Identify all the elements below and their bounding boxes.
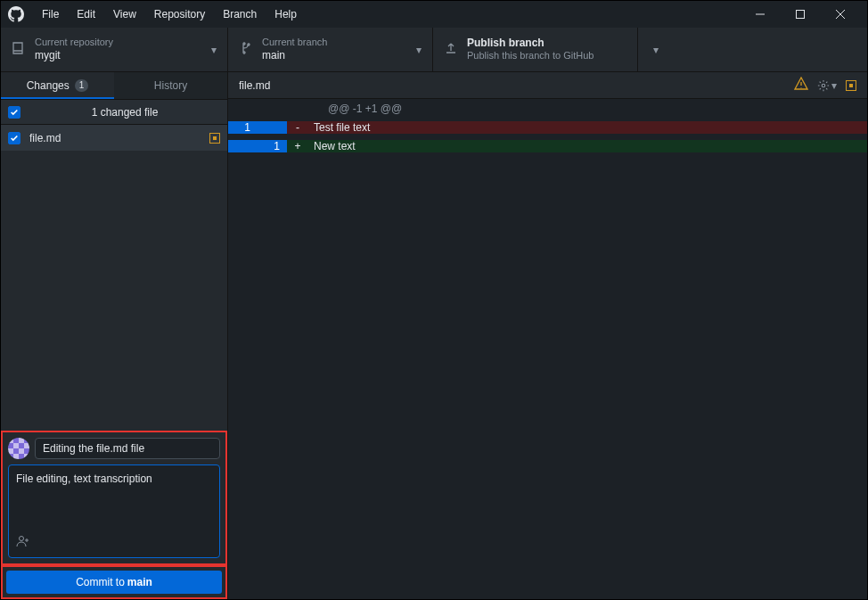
tab-history[interactable]: History [114,72,227,99]
commit-description-text: File editing, text transcription [16,473,212,531]
svg-rect-1 [796,11,804,19]
changes-summary-label: 1 changed file [29,106,220,119]
add-coauthor-icon[interactable] [16,535,30,550]
current-repository-selector[interactable]: Current repository mygit ▾ [1,28,228,71]
menu-edit[interactable]: Edit [68,4,104,24]
warning-icon[interactable] [794,77,808,94]
changes-summary-row: 1 changed file [1,99,227,125]
commit-form: File editing, text transcription [1,431,227,565]
svg-point-2 [20,537,24,541]
modified-icon [209,133,220,144]
chevron-down-icon: ▾ [653,44,659,56]
changed-file-row[interactable]: file.md [1,125,227,151]
maximize-button[interactable] [780,1,820,28]
svg-rect-0 [756,14,765,15]
diff-line-addition[interactable]: 1 + New text [228,136,867,155]
close-button[interactable] [820,1,860,28]
upload-icon [444,41,458,58]
menu-help[interactable]: Help [266,4,306,24]
chevron-down-icon: ▾ [211,44,217,56]
changes-count-badge: 1 [75,79,89,92]
tab-history-label: History [154,79,187,92]
publish-title: Publish branch [467,37,594,50]
modified-icon [846,80,856,91]
file-checkbox[interactable] [8,132,20,144]
tab-changes-label: Changes [27,79,70,92]
file-name: file.md [29,132,209,144]
commit-summary-input[interactable] [35,438,220,459]
publish-branch-button[interactable]: Publish branch Publish this branch to Gi… [433,28,638,71]
diff-body: @@ -1 +1 @@ 1 - Test file text 1 + New t… [228,99,867,599]
publish-options-button[interactable]: ▾ [638,28,674,71]
menu-repository[interactable]: Repository [145,4,214,24]
menu-view[interactable]: View [104,4,145,24]
repo-label: Current repository [35,37,113,49]
commit-description-input[interactable]: File editing, text transcription [8,464,220,558]
commit-button-branch: main [127,576,152,588]
diff-settings-button[interactable]: ▾ [817,79,837,92]
hunk-text: @@ -1 +1 @@ [308,103,867,115]
publish-subtitle: Publish this branch to GitHub [467,50,594,62]
toolbar: Current repository mygit ▾ Current branc… [1,28,867,72]
current-branch-selector[interactable]: Current branch main ▾ [228,28,433,71]
repo-name: mygit [35,49,113,62]
tab-changes[interactable]: Changes 1 [1,72,114,99]
diff-line-deletion[interactable]: 1 - Test file text [228,118,867,136]
repo-icon [12,41,26,58]
branch-label: Current branch [262,37,327,49]
github-logo-icon [8,6,24,22]
select-all-checkbox[interactable] [8,106,20,119]
avatar [8,438,29,459]
branch-icon [239,41,253,58]
menu-bar: File Edit View Repository Branch Help [1,1,867,28]
menu-branch[interactable]: Branch [214,4,266,24]
chevron-down-icon: ▾ [831,79,837,92]
diff-file-title: file.md [239,79,794,92]
branch-name: main [262,49,327,62]
commit-button-prefix: Commit to [76,576,125,588]
chevron-down-icon: ▾ [416,44,422,56]
svg-point-3 [822,84,825,87]
commit-button[interactable]: Commit to main [6,571,222,594]
menu-file[interactable]: File [33,4,68,24]
diff-hunk-header: @@ -1 +1 @@ [228,99,867,118]
minimize-button[interactable] [740,1,780,28]
